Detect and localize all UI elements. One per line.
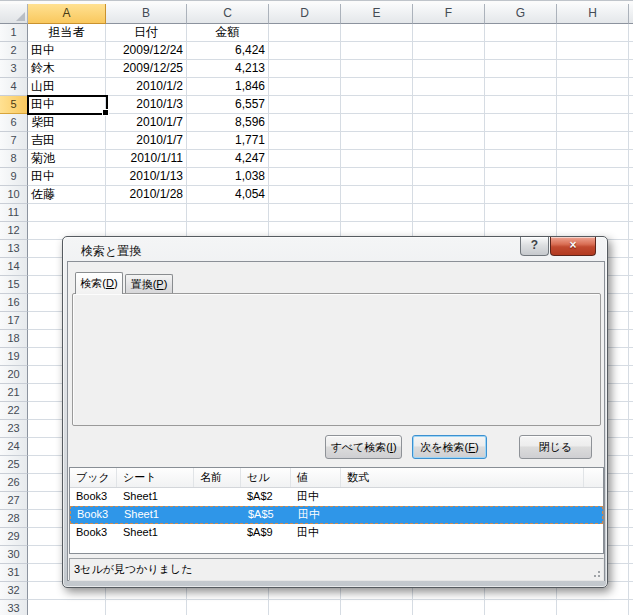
cell-F9[interactable]: [413, 168, 485, 186]
cell-G4[interactable]: [485, 78, 557, 96]
row-header-32[interactable]: 32: [0, 582, 28, 600]
cell-B6[interactable]: 2010/1/7: [106, 114, 187, 132]
cell-E6[interactable]: [341, 114, 413, 132]
find-next-button[interactable]: 次を検索(F): [412, 435, 487, 459]
cell-D2[interactable]: [269, 42, 341, 60]
cell-D8[interactable]: [269, 150, 341, 168]
row-header-6[interactable]: 6: [0, 114, 28, 132]
row-header-10[interactable]: 10: [0, 186, 28, 204]
row-header-26[interactable]: 26: [0, 474, 28, 492]
cell-H2[interactable]: [557, 42, 629, 60]
row-header-31[interactable]: 31: [0, 564, 28, 582]
row-header-7[interactable]: 7: [0, 132, 28, 150]
cell-B1[interactable]: 日付: [106, 24, 187, 42]
results-header-sheet[interactable]: シート: [117, 468, 194, 487]
result-row-$A$2[interactable]: Book3Sheet1$A$2田中: [70, 488, 603, 506]
select-all-corner[interactable]: [0, 4, 28, 24]
cell-G10[interactable]: [485, 186, 557, 204]
cell-G11[interactable]: [485, 204, 557, 222]
results-header-formula[interactable]: 数式: [341, 468, 584, 487]
cell-C11[interactable]: [187, 204, 269, 222]
cell-H1[interactable]: [557, 24, 629, 42]
cell-E9[interactable]: [341, 168, 413, 186]
cell-F6[interactable]: [413, 114, 485, 132]
row-header-29[interactable]: 29: [0, 528, 28, 546]
cell-H6[interactable]: [557, 114, 629, 132]
cell-B33[interactable]: [106, 600, 187, 615]
cell-E2[interactable]: [341, 42, 413, 60]
cell-F2[interactable]: [413, 42, 485, 60]
cell-H9[interactable]: [557, 168, 629, 186]
cell-G7[interactable]: [485, 132, 557, 150]
cell-D7[interactable]: [269, 132, 341, 150]
cell-C7[interactable]: 1,771: [187, 132, 269, 150]
row-header-28[interactable]: 28: [0, 510, 28, 528]
cell-C4[interactable]: 1,846: [187, 78, 269, 96]
find-all-button[interactable]: すべて検索(I): [325, 435, 402, 459]
row-header-21[interactable]: 21: [0, 384, 28, 402]
tab-replace[interactable]: 置換(P): [125, 274, 173, 294]
cell-F5[interactable]: [413, 96, 485, 114]
cell-D3[interactable]: [269, 60, 341, 78]
cell-H33[interactable]: [557, 600, 629, 615]
row-header-16[interactable]: 16: [0, 294, 28, 312]
results-header-value[interactable]: 値: [291, 468, 341, 487]
cell-C1[interactable]: 金額: [187, 24, 269, 42]
cell-G8[interactable]: [485, 150, 557, 168]
cell-H5[interactable]: [557, 96, 629, 114]
result-row-$A$5[interactable]: Book3Sheet1$A$5田中: [70, 506, 603, 524]
cell-G3[interactable]: [485, 60, 557, 78]
result-row-$A$9[interactable]: Book3Sheet1$A$9田中: [70, 524, 603, 542]
results-header-cell[interactable]: セル: [241, 468, 291, 487]
cell-G2[interactable]: [485, 42, 557, 60]
row-header-17[interactable]: 17: [0, 312, 28, 330]
row-header-4[interactable]: 4: [0, 78, 28, 96]
row-header-19[interactable]: 19: [0, 348, 28, 366]
cell-E11[interactable]: [341, 204, 413, 222]
cell-A7[interactable]: 吉田: [28, 132, 106, 150]
row-header-33[interactable]: 33: [0, 600, 28, 615]
cell-A33[interactable]: [28, 600, 106, 615]
cell-B2[interactable]: 2009/12/24: [106, 42, 187, 60]
cell-D4[interactable]: [269, 78, 341, 96]
help-button[interactable]: ?: [520, 237, 549, 256]
cell-G5[interactable]: [485, 96, 557, 114]
cell-B11[interactable]: [106, 204, 187, 222]
cell-A1[interactable]: 担当者: [28, 24, 106, 42]
cell-B9[interactable]: 2010/1/13: [106, 168, 187, 186]
row-header-27[interactable]: 27: [0, 492, 28, 510]
row-header-9[interactable]: 9: [0, 168, 28, 186]
cell-D33[interactable]: [269, 600, 341, 615]
cell-C2[interactable]: 6,424: [187, 42, 269, 60]
cell-C5[interactable]: 6,557: [187, 96, 269, 114]
cell-E5[interactable]: [341, 96, 413, 114]
cell-A10[interactable]: 佐藤: [28, 186, 106, 204]
cell-A8[interactable]: 菊池: [28, 150, 106, 168]
cell-G1[interactable]: [485, 24, 557, 42]
cell-F11[interactable]: [413, 204, 485, 222]
cell-D10[interactable]: [269, 186, 341, 204]
dialog-title[interactable]: 検索と置換: [81, 243, 141, 260]
column-header-A[interactable]: A: [28, 4, 106, 24]
cell-F10[interactable]: [413, 186, 485, 204]
cell-H11[interactable]: [557, 204, 629, 222]
row-header-30[interactable]: 30: [0, 546, 28, 564]
cell-C33[interactable]: [187, 600, 269, 615]
cell-G33[interactable]: [485, 600, 557, 615]
cell-F3[interactable]: [413, 60, 485, 78]
cell-G6[interactable]: [485, 114, 557, 132]
cell-C6[interactable]: 8,596: [187, 114, 269, 132]
row-header-8[interactable]: 8: [0, 150, 28, 168]
cell-H4[interactable]: [557, 78, 629, 96]
row-header-14[interactable]: 14: [0, 258, 28, 276]
cell-E3[interactable]: [341, 60, 413, 78]
column-header-E[interactable]: E: [341, 4, 413, 24]
cell-C10[interactable]: 4,054: [187, 186, 269, 204]
row-header-13[interactable]: 13: [0, 240, 28, 258]
cell-F33[interactable]: [413, 600, 485, 615]
cell-C3[interactable]: 4,213: [187, 60, 269, 78]
cell-E1[interactable]: [341, 24, 413, 42]
column-header-H[interactable]: H: [557, 4, 629, 24]
cell-C9[interactable]: 1,038: [187, 168, 269, 186]
row-header-3[interactable]: 3: [0, 60, 28, 78]
